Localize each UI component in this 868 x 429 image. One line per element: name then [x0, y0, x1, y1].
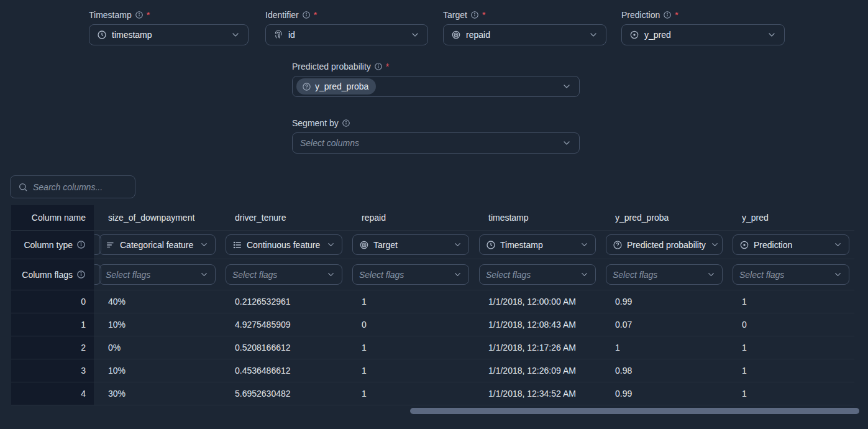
- segment-by-label-text: Segment by: [292, 118, 339, 128]
- column-flags-select[interactable]: Select flags: [99, 264, 216, 285]
- table-cell: 1/1/2018, 12:08:43 AM: [474, 313, 601, 336]
- chevron-down-icon: [199, 240, 209, 249]
- column-header: timestamp: [474, 205, 601, 230]
- predicted-probability-select[interactable]: y_pred_proba: [292, 76, 580, 97]
- chevron-down-icon: [410, 30, 420, 40]
- timestamp-field-label: Timestamp *: [89, 10, 249, 20]
- chevron-down-icon: [706, 270, 716, 279]
- segment-by-placeholder: Select columns: [300, 138, 359, 148]
- column-type-cell: Target: [347, 231, 474, 259]
- flags-placeholder: Select flags: [613, 270, 657, 280]
- identifier-select[interactable]: id: [265, 24, 428, 45]
- search-input[interactable]: [33, 182, 127, 192]
- corner-header-cell: Column name: [11, 205, 94, 230]
- column-flags-select[interactable]: Select flags: [733, 264, 849, 285]
- identifier-field-label: Identifier *: [265, 10, 428, 20]
- predicted-probability-field-label: Predicted probability *: [292, 62, 580, 72]
- segment-by-select[interactable]: Select columns: [292, 132, 580, 154]
- clock-icon: [486, 240, 496, 250]
- question-icon: [613, 240, 623, 250]
- info-icon[interactable]: [135, 11, 144, 19]
- column-type-value: Timestamp: [500, 240, 543, 250]
- flags-placeholder: Select flags: [232, 270, 277, 280]
- info-icon[interactable]: [663, 11, 672, 19]
- fingerprint-icon: [273, 30, 283, 40]
- chevron-down-icon: [326, 240, 336, 249]
- row-index-cell: 1: [11, 313, 94, 336]
- table-cell: 1/1/2018, 12:17:26 AM: [474, 336, 601, 359]
- chevron-down-icon: [833, 270, 843, 279]
- info-icon[interactable]: [374, 62, 383, 71]
- segment-by-field-label: Segment by: [292, 118, 580, 128]
- required-asterisk: *: [675, 10, 678, 20]
- clipped-select-fragment: [94, 264, 101, 285]
- table-header-row: Column name size_of_downpayment driver_t…: [11, 205, 854, 231]
- flags-placeholder: Select flags: [486, 270, 531, 280]
- table-cell: 10%: [94, 313, 221, 336]
- column-flags-select[interactable]: Select flags: [352, 264, 469, 285]
- selected-column-chip: y_pred_proba: [296, 78, 376, 95]
- required-asterisk: *: [482, 10, 485, 20]
- column-flags-row: Column flags Select flags Select flags S…: [11, 259, 854, 290]
- timestamp-field-group: Timestamp * timestamp: [89, 10, 249, 45]
- categorical-icon: [106, 240, 116, 250]
- circle-dot-icon: [629, 30, 639, 40]
- column-type-select[interactable]: Timestamp: [479, 234, 596, 255]
- circle-dot-icon: [739, 240, 749, 250]
- prediction-select[interactable]: y_pred: [621, 24, 785, 45]
- column-type-select[interactable]: Target: [352, 234, 469, 255]
- clock-icon: [97, 30, 107, 40]
- column-flags-cell: Select flags: [728, 259, 854, 290]
- search-columns-box[interactable]: [10, 175, 135, 198]
- info-icon[interactable]: [470, 11, 479, 19]
- info-icon[interactable]: [76, 270, 86, 279]
- prediction-select-value: y_pred: [644, 30, 671, 40]
- table-cell: 1: [347, 382, 474, 405]
- info-icon[interactable]: [342, 119, 350, 127]
- column-flags-select[interactable]: Select flags: [226, 264, 342, 285]
- flags-placeholder: Select flags: [359, 270, 404, 280]
- continuous-icon: [232, 240, 242, 250]
- target-field-group: Target * repaid: [443, 10, 606, 45]
- column-flags-cell: Select flags: [221, 259, 347, 290]
- column-type-cell: Predicted probability: [601, 231, 728, 259]
- column-type-select[interactable]: Predicted probability: [606, 234, 723, 255]
- table-cell: 0.07: [601, 313, 728, 336]
- target-label-text: Target: [443, 10, 467, 20]
- target-select[interactable]: repaid: [443, 24, 606, 45]
- column-flags-cell: Select flags: [474, 259, 601, 290]
- target-select-value: repaid: [466, 30, 490, 40]
- table-cell: 1: [728, 290, 854, 313]
- chevron-down-icon: [580, 270, 589, 279]
- row-index-cell: 2: [11, 336, 94, 359]
- identifier-label-text: Identifier: [265, 10, 299, 20]
- info-icon[interactable]: [76, 240, 86, 249]
- column-type-select[interactable]: Continuous feature: [226, 234, 342, 255]
- column-header: driver_tenure: [221, 205, 347, 230]
- table-row: 4 30% 5.6952630482 1 1/1/2018, 12:34:52 …: [11, 382, 854, 405]
- column-flags-cell: Select flags: [347, 259, 474, 290]
- column-type-cell: Categorical feature: [94, 231, 221, 259]
- table-cell: 5.6952630482: [221, 382, 347, 405]
- table-row: 1 10% 4.9275485909 0 1/1/2018, 12:08:43 …: [11, 313, 854, 336]
- column-type-select[interactable]: Categorical feature: [99, 234, 216, 255]
- column-type-value: Prediction: [754, 240, 792, 250]
- required-asterisk: *: [147, 10, 150, 20]
- target-icon: [359, 240, 369, 250]
- column-flags-select[interactable]: Select flags: [606, 264, 723, 285]
- table-cell: 1: [601, 336, 728, 359]
- horizontal-scrollbar[interactable]: [410, 408, 859, 414]
- column-flags-cell: Select flags: [94, 259, 221, 290]
- column-type-cell: Prediction: [728, 231, 854, 259]
- column-type-select[interactable]: Prediction: [733, 234, 849, 255]
- timestamp-label-text: Timestamp: [89, 10, 132, 20]
- column-type-value: Target: [373, 240, 398, 250]
- table-cell: 0.99: [601, 382, 728, 405]
- info-icon[interactable]: [302, 11, 311, 19]
- prediction-label-text: Prediction: [621, 10, 660, 20]
- target-icon: [451, 30, 461, 40]
- table-row: 0 40% 0.2126532961 1 1/1/2018, 12:00:00 …: [11, 290, 854, 313]
- column-header: y_pred: [728, 205, 854, 230]
- column-flags-select[interactable]: Select flags: [479, 264, 596, 285]
- timestamp-select[interactable]: timestamp: [89, 24, 249, 45]
